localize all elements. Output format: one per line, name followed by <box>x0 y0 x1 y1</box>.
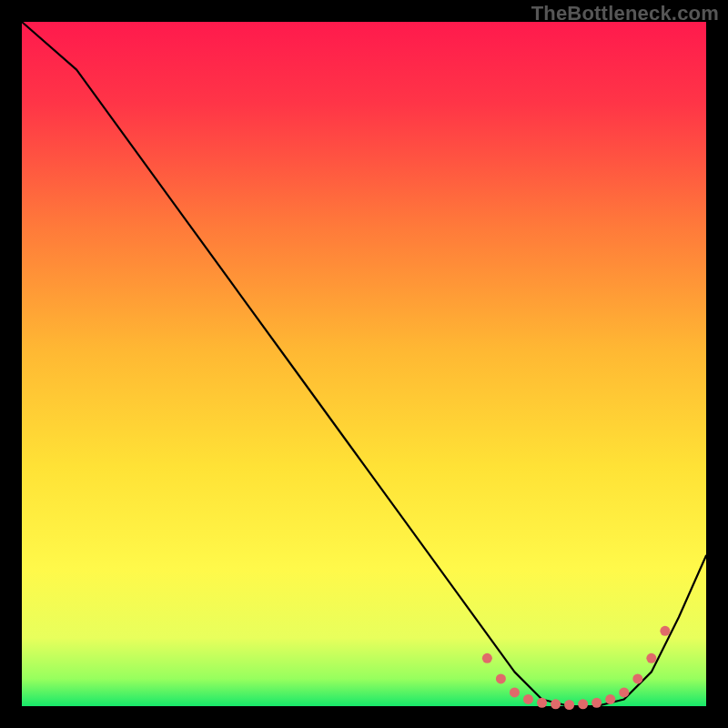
sample-point <box>537 698 547 708</box>
sample-point <box>619 687 629 697</box>
sample-point <box>551 699 561 709</box>
sample-point <box>646 653 656 663</box>
sample-point <box>632 673 642 683</box>
sample-point <box>578 699 588 709</box>
bottleneck-chart <box>0 0 728 728</box>
sample-point <box>660 626 670 636</box>
chart-frame: { "attribution": "TheBottleneck.com", "c… <box>0 0 728 728</box>
plot-background <box>22 22 706 706</box>
sample-point <box>496 673 506 683</box>
sample-point <box>592 698 602 708</box>
sample-point <box>510 687 520 697</box>
sample-point <box>564 700 574 710</box>
sample-point <box>482 653 492 663</box>
sample-point <box>605 694 615 704</box>
sample-point <box>523 694 533 704</box>
